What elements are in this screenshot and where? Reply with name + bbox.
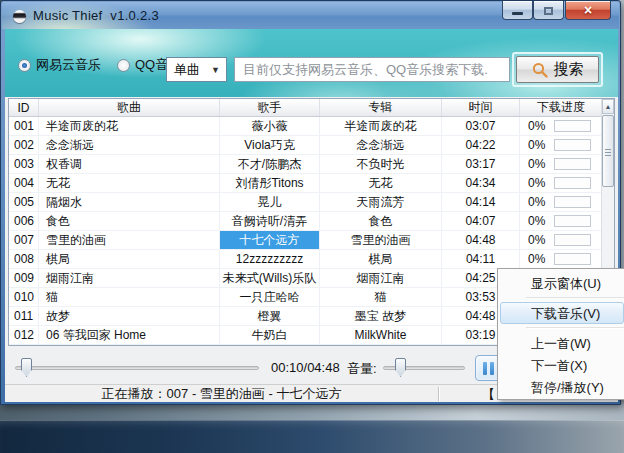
cell-song: 念念渐远 — [39, 136, 220, 154]
progress-percent: 0% — [528, 138, 545, 152]
cell-id: 001 — [9, 117, 39, 135]
column-header-album[interactable]: 专辑 — [320, 99, 442, 116]
radio-qq-music[interactable] — [117, 59, 130, 72]
menu-item-show-window[interactable]: 显示窗体(U) — [500, 272, 624, 294]
close-icon: × — [584, 2, 592, 19]
cell-artist: 十七个远方 — [220, 231, 320, 249]
cell-artist: 牛奶白 — [220, 326, 320, 344]
progress-bar — [554, 158, 591, 170]
progress-bar — [554, 196, 591, 208]
column-header-progress[interactable]: 下载进度 — [520, 99, 603, 116]
cell-artist: 一只庄哈哈 — [220, 288, 320, 306]
radio-netease-label[interactable]: 网易云音乐 — [36, 56, 101, 74]
maximize-icon — [544, 7, 553, 15]
menu-item-next-track[interactable]: 下一首(X) — [500, 354, 624, 376]
table-row[interactable]: 002 念念渐远 Viola巧克 念念渐远 04:22 0% — [9, 136, 614, 155]
column-header-time[interactable]: 时间 — [442, 99, 520, 116]
scroll-up-icon[interactable]: ▲ — [602, 99, 614, 114]
taskbar: ? — [0, 420, 624, 453]
table-row[interactable]: 004 无花 刘倩彤Titons 无花 04:34 0% — [9, 174, 614, 193]
cell-song: 隔烟水 — [39, 193, 220, 211]
column-header-song[interactable]: 歌曲 — [39, 99, 220, 116]
app-icon — [13, 10, 26, 23]
seek-slider-track[interactable] — [15, 366, 259, 370]
table-row[interactable]: 003 权香调 不才/陈鹏杰 不负时光 03:17 0% — [9, 155, 614, 174]
cell-time: 04:22 — [442, 136, 520, 154]
menu-item-previous-track[interactable]: 上一首(W) — [500, 332, 624, 354]
cell-song: 烟雨江南 — [39, 269, 220, 287]
cell-artist: 橙翼 — [220, 307, 320, 325]
cell-album: 烟雨江南 — [320, 269, 442, 287]
cell-song: 无花 — [39, 174, 220, 192]
cell-id: 008 — [9, 250, 39, 268]
minimize-button[interactable] — [502, 1, 533, 20]
now-playing-status: 正在播放：007 - 雪里的油画 - 十七个远方 — [5, 385, 438, 402]
cell-song: 猫 — [39, 288, 220, 306]
menu-separator — [526, 297, 624, 299]
pause-icon — [483, 362, 487, 375]
cell-progress: 0% — [520, 193, 603, 211]
progress-percent: 0% — [528, 195, 545, 209]
progress-bar — [554, 120, 591, 132]
cell-song: 06 等我回家 Home — [39, 326, 220, 344]
maximize-button[interactable] — [533, 1, 564, 20]
playback-time: 00:10/04:48 — [271, 360, 340, 375]
cell-song: 食色 — [39, 212, 220, 230]
cell-id: 012 — [9, 326, 39, 344]
desktop: Music Thief v1.0.2.3 × 网易云音乐 QQ音乐 单曲 ▼ — [0, 0, 624, 453]
cell-time: 04:14 — [442, 193, 520, 211]
cell-progress: 0% — [520, 250, 603, 268]
cell-id: 003 — [9, 155, 39, 173]
cell-album: 不负时光 — [320, 155, 442, 173]
cell-artist: 薇小薇 — [220, 117, 320, 135]
cell-progress: 0% — [520, 231, 603, 249]
cell-progress: 0% — [520, 212, 603, 230]
menu-separator — [526, 327, 624, 329]
cell-artist: 音阙诗听/清弄 — [220, 212, 320, 230]
progress-percent: 0% — [528, 176, 545, 190]
table-row[interactable]: 001 半途而废的花 薇小薇 半途而废的花 03:07 0% — [9, 117, 614, 136]
progress-bar — [554, 177, 591, 189]
minimize-icon — [512, 12, 523, 15]
search-button-label: 搜索 — [554, 60, 584, 79]
close-button[interactable]: × — [565, 1, 611, 20]
cell-artist: 不才/陈鹏杰 — [220, 155, 320, 173]
menu-item-download-music[interactable]: 下载音乐(V) — [500, 302, 624, 324]
menu-item-pause-play[interactable]: 暂停/播放(Y) — [500, 376, 624, 398]
scrollbar-thumb[interactable] — [602, 115, 614, 187]
search-type-dropdown[interactable]: 单曲 ▼ — [166, 57, 227, 82]
progress-percent: 0% — [528, 157, 545, 171]
cell-album: 天雨流芳 — [320, 193, 442, 211]
search-button[interactable]: 搜索 — [512, 52, 603, 87]
cell-id: 010 — [9, 288, 39, 306]
status-right-text: 【 — [482, 386, 495, 404]
table-row[interactable]: 006 食色 音阙诗听/清弄 食色 04:07 0% — [9, 212, 614, 231]
radio-netease-music[interactable] — [18, 59, 31, 72]
cell-id: 006 — [9, 212, 39, 230]
cell-id: 007 — [9, 231, 39, 249]
cell-album: 棋局 — [320, 250, 442, 268]
column-header-artist[interactable]: 歌手 — [220, 99, 320, 116]
volume-label: 音量: — [347, 360, 377, 378]
volume-slider-thumb[interactable] — [395, 358, 406, 377]
cell-album: MilkWhite — [320, 326, 442, 344]
progress-percent: 0% — [528, 214, 545, 228]
search-icon — [532, 62, 548, 78]
cell-id: 009 — [9, 269, 39, 287]
column-header-id[interactable]: ID — [9, 99, 39, 116]
table-row[interactable]: 007 雪里的油画 十七个远方 雪里的油画 04:48 0% — [9, 231, 614, 250]
seek-slider-thumb[interactable] — [21, 358, 32, 377]
search-input[interactable] — [234, 57, 510, 82]
chevron-down-icon: ▼ — [211, 65, 226, 75]
cell-song: 半途而废的花 — [39, 117, 220, 135]
progress-bar — [554, 253, 591, 265]
progress-percent: 0% — [528, 252, 545, 266]
table-row[interactable]: 005 隔烟水 晃儿 天雨流芳 04:14 0% — [9, 193, 614, 212]
table-row[interactable]: 008 棋局 12zzzzzzzzz 棋局 04:11 0% — [9, 250, 614, 269]
progress-bar — [554, 234, 591, 246]
cell-artist: 刘倩彤Titons — [220, 174, 320, 192]
window-title: Music Thief v1.0.2.3 — [33, 8, 159, 23]
cell-id: 011 — [9, 307, 39, 325]
cell-song: 棋局 — [39, 250, 220, 268]
cell-time: 03:07 — [442, 117, 520, 135]
